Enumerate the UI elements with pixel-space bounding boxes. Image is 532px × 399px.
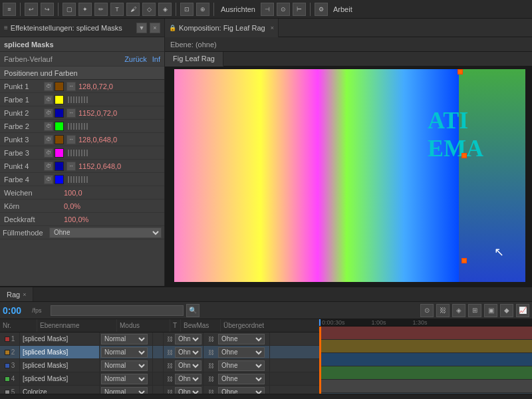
row2-bew-select[interactable]: Ohne xyxy=(175,347,201,358)
row2-chain2[interactable]: ⛓ xyxy=(205,346,217,358)
row1-name: [spliced Masks] xyxy=(20,332,100,345)
tl-adjust-btn[interactable]: ⊞ xyxy=(468,304,481,317)
toolbar-puppet[interactable]: ◈ xyxy=(158,3,172,16)
row4-chain[interactable]: ⛓ xyxy=(165,373,175,385)
row3-bew-select[interactable]: Ohne xyxy=(175,360,201,371)
row2-bewmas: ⛓ Ohne xyxy=(164,346,203,358)
punkt3-stopwatch[interactable]: ⏱ xyxy=(44,135,53,144)
toolbar-pen[interactable]: ✏ xyxy=(94,3,108,16)
handle-tr[interactable] xyxy=(462,153,467,158)
punkt1-swatch[interactable] xyxy=(55,82,64,91)
canvas-area[interactable]: ATIEMA ↖ xyxy=(165,66,532,287)
toolbar-track[interactable]: ⊕ xyxy=(196,3,209,16)
farbe1-stopwatch[interactable]: ⏱ xyxy=(44,95,53,104)
tl-3d-btn[interactable]: ▣ xyxy=(484,304,497,317)
tl-graph-btn[interactable]: 📈 xyxy=(516,304,529,317)
toolbar-redo[interactable]: ↪ xyxy=(41,3,54,16)
tl-lock-btn[interactable]: ⛓ xyxy=(436,304,450,317)
timeline-tab-close[interactable]: × xyxy=(23,291,26,298)
effect-props: Farben-Verlauf Zurück Inf Positionen und… xyxy=(0,52,164,305)
row1-mode-select[interactable]: Normal xyxy=(101,334,148,344)
punkt2-stopwatch[interactable]: ⏱ xyxy=(44,108,53,118)
farbe2-stopwatch[interactable]: ⏱ xyxy=(44,122,53,131)
toolbar-align-c[interactable]: ⊙ xyxy=(277,3,290,16)
back-btn[interactable]: Zurück xyxy=(124,55,147,63)
row1-chain2[interactable]: ⛓ xyxy=(205,333,217,345)
punkt3-edit[interactable]: ↔ xyxy=(66,135,76,144)
fuellmethode-select[interactable]: Ohne Normal xyxy=(49,227,162,238)
toolbar-undo[interactable]: ↩ xyxy=(25,3,38,16)
farbe2-swatch[interactable] xyxy=(55,122,64,131)
punkt1-stopwatch[interactable]: ⏱ xyxy=(44,82,53,91)
tl-marker-btn[interactable]: ◆ xyxy=(500,304,513,317)
toolbar-move[interactable]: ✦ xyxy=(78,3,92,16)
farbe1-swatch[interactable] xyxy=(55,95,64,104)
toolbar-eraser[interactable]: ◇ xyxy=(142,3,156,16)
row5-chain[interactable]: ⛓ xyxy=(165,386,175,394)
timeline-tab-rag[interactable]: Rag × xyxy=(0,287,33,301)
comp-name-btn[interactable]: Fig Leaf Rag xyxy=(165,52,223,66)
panel-options-btn[interactable]: ▼ xyxy=(136,23,147,33)
row5-bew-select[interactable]: Ohne xyxy=(175,387,201,394)
prop-subsection[interactable]: Positionen und Farben xyxy=(0,66,164,80)
layer-info-text: Ebene: (ohne) xyxy=(170,41,217,49)
info-btn[interactable]: Inf xyxy=(152,55,160,63)
punkt2-value: 1152,0,72,0 xyxy=(78,109,117,117)
comp-tab[interactable]: 🔒 Komposition: Fig Leaf Rag × xyxy=(165,19,279,37)
toolbar-roto[interactable]: ⊡ xyxy=(180,3,194,16)
right-color-panel xyxy=(459,69,525,282)
row5-mode-select[interactable]: Normal xyxy=(101,387,148,394)
punkt4-edit[interactable]: ↔ xyxy=(66,162,76,171)
farbe3-stopwatch[interactable]: ⏱ xyxy=(44,148,53,158)
track-area xyxy=(319,327,532,394)
row3-parent-select[interactable]: Ohne xyxy=(218,360,265,371)
handle-tl[interactable] xyxy=(458,69,463,74)
row2-parent: ⛓ Ohne xyxy=(203,346,270,358)
row4-name: [spliced Masks] xyxy=(20,372,100,385)
row4-parent-select[interactable]: Ohne xyxy=(218,374,265,384)
row5-bewmas: ⛓ Ohne xyxy=(164,386,203,394)
row3-chain[interactable]: ⛓ xyxy=(165,360,175,372)
toolbar-sep-3 xyxy=(176,3,176,16)
toolbar-select[interactable]: ▢ xyxy=(63,3,76,16)
punkt2-edit[interactable]: ↔ xyxy=(66,108,76,118)
farbe4-stopwatch[interactable]: ⏱ xyxy=(44,175,53,184)
row3-bewmas: ⛓ Ohne xyxy=(164,359,203,372)
punkt4-swatch[interactable] xyxy=(55,162,64,171)
punkt4-stopwatch[interactable]: ⏱ xyxy=(44,162,53,171)
tl-solo-btn[interactable]: ⊙ xyxy=(420,304,434,317)
timeline-search[interactable] xyxy=(51,305,184,316)
farbe3-swatch[interactable] xyxy=(55,148,64,158)
row2-chain[interactable]: ⛓ xyxy=(165,346,175,358)
row5-parent-select[interactable]: Ohne xyxy=(218,387,265,394)
row2-parent-select[interactable]: Ohne xyxy=(218,347,265,358)
toolbar-menu[interactable]: ≡ xyxy=(3,3,16,16)
punkt1-edit[interactable]: ↔ xyxy=(66,82,76,91)
row5-chain2[interactable]: ⛓ xyxy=(205,386,217,394)
search-icon-btn[interactable]: 🔍 xyxy=(186,304,200,317)
timeline-scrollbar[interactable] xyxy=(0,394,532,399)
row5-num: 5 xyxy=(0,386,20,394)
toolbar-align-l[interactable]: ⊣ xyxy=(261,3,274,16)
row1-parent-select[interactable]: Ohne xyxy=(218,334,265,344)
row4-bew-select[interactable]: Ohne xyxy=(175,374,201,384)
prop-deckkraft: Deckkraft 100,0% xyxy=(0,213,164,226)
handle-bm[interactable] xyxy=(462,258,467,263)
row1-bew-select[interactable]: Ohne xyxy=(175,334,201,344)
toolbar-text[interactable]: T xyxy=(110,3,124,16)
toolbar-align-r[interactable]: ⊢ xyxy=(293,3,306,16)
row4-mode-select[interactable]: Normal xyxy=(101,374,148,384)
panel-close-btn[interactable]: × xyxy=(150,23,160,33)
row1-chain[interactable]: ⛓ xyxy=(165,333,175,345)
farbe4-swatch[interactable] xyxy=(55,175,64,184)
punkt3-swatch[interactable] xyxy=(55,135,64,144)
toolbar-workspace[interactable]: ⚙ xyxy=(315,3,328,16)
row4-chain2[interactable]: ⛓ xyxy=(205,373,217,385)
row2-mode-select[interactable]: Normal xyxy=(101,347,148,358)
comp-tab-close[interactable]: × xyxy=(271,25,274,31)
row3-mode-select[interactable]: Normal xyxy=(101,360,148,371)
tl-blend-btn[interactable]: ◈ xyxy=(452,304,466,317)
punkt2-swatch[interactable] xyxy=(55,108,64,118)
row3-chain2[interactable]: ⛓ xyxy=(205,360,217,372)
toolbar-brush[interactable]: 🖌 xyxy=(126,3,140,16)
